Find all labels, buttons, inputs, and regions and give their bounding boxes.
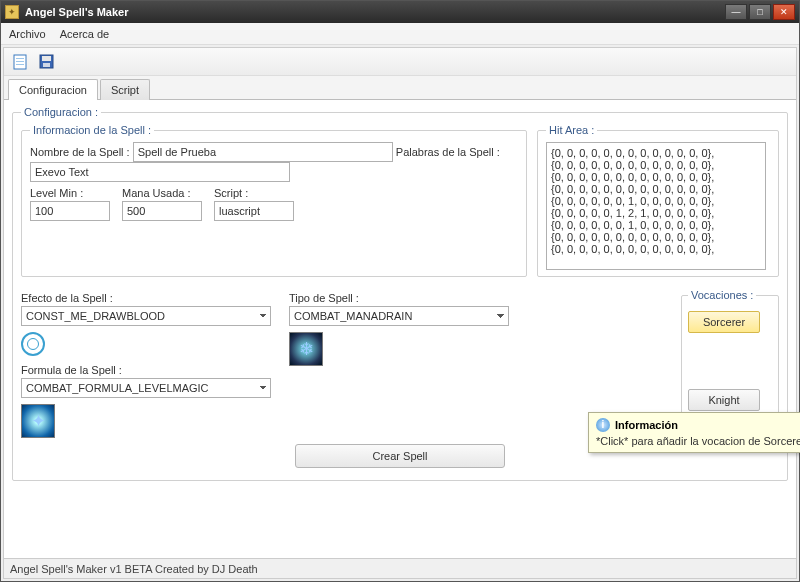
group-spell-info-legend: Informacion de la Spell : [30,124,154,136]
formula-preview-icon: ✦ [21,404,55,438]
input-spell-words[interactable] [30,162,290,182]
group-vocations: Vocaciones : Sorcerer Knight [681,289,779,422]
select-type[interactable]: COMBAT_MANADRAIN [289,306,509,326]
effect-preview-icon [21,332,45,356]
tab-panel-config: Configuracion : Informacion de la Spell … [4,100,796,558]
info-icon: i [596,418,610,432]
vocation-knight-button[interactable]: Knight [688,389,760,411]
titlebar[interactable]: ✦ Angel Spell's Maker — □ ✕ [1,1,799,23]
save-icon[interactable] [38,54,54,70]
svg-rect-2 [16,61,24,62]
select-formula[interactable]: COMBAT_FORMULA_LEVELMAGIC [21,378,271,398]
group-hit-area: Hit Area : {0, 0, 0, 0, 0, 0, 0, 0, 0, 0… [537,124,779,277]
group-vocations-legend: Vocaciones : [688,289,756,301]
tabstrip: Configuracion Script [4,76,796,100]
svg-rect-5 [42,56,51,61]
group-spell-info: Informacion de la Spell : Nombre de la S… [21,124,527,277]
input-level-min[interactable] [30,201,110,221]
client-area: Configuracion Script Configuracion : Inf… [3,47,797,579]
tooltip-title: Información [615,419,678,431]
svg-rect-3 [16,64,24,65]
menu-about[interactable]: Acerca de [60,28,110,40]
label-level-min: Level Min : [30,187,110,199]
vocation-sorcerer-button[interactable]: Sorcerer [688,311,760,333]
tooltip-body: *Click* para añadir la vocacion de Sorce… [596,435,800,447]
app-window: ✦ Angel Spell's Maker — □ ✕ Archivo Acer… [0,0,800,582]
toolbar [4,48,796,76]
input-mana[interactable] [122,201,202,221]
label-spell-name: Nombre de la Spell : [30,146,130,158]
label-type: Tipo de Spell : [289,292,509,304]
select-effect[interactable]: CONST_ME_DRAWBLOOD [21,306,271,326]
app-icon: ✦ [5,5,19,19]
input-spell-name[interactable] [133,142,393,162]
group-hit-area-legend: Hit Area : [546,124,597,136]
label-spell-words: Palabras de la Spell : [396,146,500,158]
type-preview-icon: ❄ [289,332,323,366]
hit-area-box[interactable]: {0, 0, 0, 0, 0, 0, 0, 0, 0, 0, 0, 0, 0},… [546,142,766,270]
label-mana: Mana Usada : [122,187,202,199]
tooltip-info: i Información *Click* para añadir la voc… [588,412,800,453]
group-config-legend: Configuracion : [21,106,101,118]
label-effect: Efecto de la Spell : [21,292,271,304]
minimize-button[interactable]: — [725,4,747,20]
label-script: Script : [214,187,294,199]
new-file-icon[interactable] [12,54,28,70]
svg-rect-6 [43,63,50,67]
tab-script[interactable]: Script [100,79,150,100]
maximize-button[interactable]: □ [749,4,771,20]
menubar: Archivo Acerca de [1,23,799,45]
create-spell-button[interactable]: Crear Spell [295,444,505,468]
window-title: Angel Spell's Maker [25,6,725,18]
svg-rect-1 [16,58,24,59]
label-formula: Formula de la Spell : [21,364,271,376]
close-button[interactable]: ✕ [773,4,795,20]
menu-file[interactable]: Archivo [9,28,46,40]
tab-config[interactable]: Configuracion [8,79,98,100]
status-bar: Angel Spell's Maker v1 BETA Created by D… [4,558,796,578]
input-script[interactable] [214,201,294,221]
